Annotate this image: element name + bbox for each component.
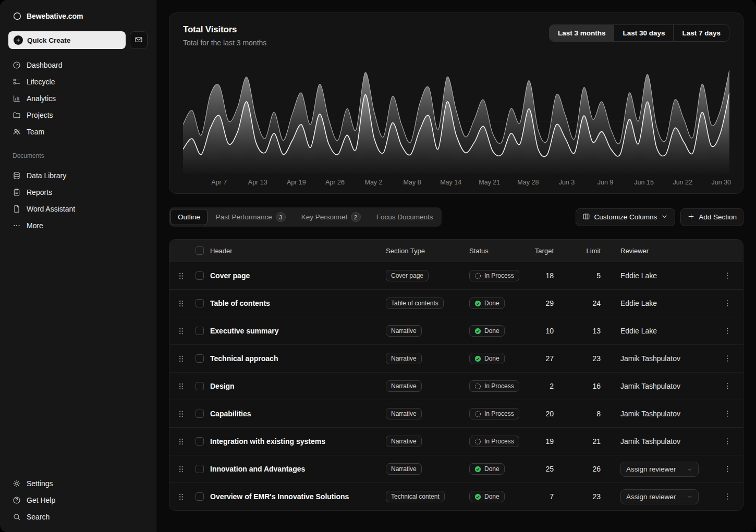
drag-handle-icon[interactable] (169, 438, 192, 446)
sidebar-item-analytics[interactable]: Analytics (7, 91, 149, 106)
drag-handle-icon[interactable] (169, 382, 192, 390)
limit-value[interactable]: 8 (558, 410, 605, 418)
range-last-3-months[interactable]: Last 3 months (550, 25, 614, 41)
drag-handle-icon[interactable] (169, 300, 192, 307)
drag-handle-icon[interactable] (169, 493, 192, 501)
list-icon (13, 78, 21, 86)
folder-icon (13, 111, 21, 119)
drag-handle-icon[interactable] (169, 272, 192, 280)
row-menu-button[interactable] (720, 351, 735, 366)
column-header: Target (516, 247, 558, 255)
sidebar-item-get-help[interactable]: Get Help (7, 492, 149, 508)
assign-reviewer-select[interactable]: Assign reviewer (620, 462, 699, 477)
row-checkbox[interactable] (196, 492, 204, 501)
target-value[interactable]: 27 (516, 354, 558, 363)
row-header-link[interactable]: Executive summary (210, 327, 386, 335)
reviewer-name: Jamik Tashpulatov (605, 437, 712, 446)
quick-create-button[interactable]: Quick Create (8, 31, 126, 49)
select-all-checkbox[interactable] (196, 246, 204, 255)
limit-value[interactable]: 13 (558, 327, 605, 335)
target-value[interactable]: 20 (516, 410, 558, 418)
tab-past-performance[interactable]: Past Performance 3 (209, 209, 293, 225)
row-header-link[interactable]: Innovation and Advantages (210, 465, 386, 473)
reviewer-name: Eddie Lake (605, 271, 712, 280)
target-value[interactable]: 29 (516, 299, 558, 307)
row-checkbox[interactable] (196, 327, 204, 335)
target-value[interactable]: 10 (516, 327, 558, 335)
target-value[interactable]: 25 (516, 465, 558, 473)
row-header-link[interactable]: Overview of EMR's Innovative Solutions (210, 492, 386, 501)
check-circle-icon (474, 355, 481, 362)
row-checkbox[interactable] (196, 271, 204, 280)
tab-focus-documents[interactable]: Focus Documents (369, 209, 441, 225)
sidebar-item-data-library[interactable]: Data Library (7, 168, 149, 183)
customize-columns-button[interactable]: Customize Columns (576, 208, 675, 226)
limit-value[interactable]: 23 (558, 354, 605, 363)
limit-value[interactable]: 23 (558, 492, 605, 501)
target-value[interactable]: 7 (516, 492, 558, 501)
row-checkbox[interactable] (196, 299, 204, 307)
target-value[interactable]: 18 (516, 271, 558, 280)
drag-handle-icon[interactable] (169, 355, 192, 363)
chevron-down-icon (661, 213, 668, 222)
brand[interactable]: Bewebative.com (7, 9, 149, 22)
row-header-link[interactable]: Integration with existing systems (210, 437, 386, 446)
limit-value[interactable]: 24 (558, 299, 605, 307)
add-section-label: Add Section (699, 213, 737, 221)
table-toolbar: Customize Columns Add Section (576, 208, 743, 226)
check-circle-icon (474, 300, 481, 307)
row-menu-button[interactable] (720, 324, 735, 338)
row-checkbox[interactable] (196, 465, 204, 473)
row-header-link[interactable]: Capabilities (210, 410, 386, 418)
tab-key-personnel[interactable]: Key Personnel 2 (294, 209, 368, 225)
row-menu-button[interactable] (720, 268, 735, 283)
tab-outline[interactable]: Outline (170, 209, 208, 225)
row-header-link[interactable]: Table of contents (210, 299, 386, 307)
row-menu-button[interactable] (720, 489, 735, 504)
mail-icon (135, 35, 143, 45)
target-value[interactable]: 19 (516, 437, 558, 446)
add-section-button[interactable]: Add Section (680, 208, 743, 226)
sidebar-item-search[interactable]: Search (7, 509, 149, 525)
row-header-link[interactable]: Cover page (210, 271, 386, 280)
sidebar-item-settings[interactable]: Settings (7, 476, 149, 491)
ellipsis-icon (13, 221, 21, 230)
section-type-badge: Narrative (386, 436, 422, 447)
drag-handle-icon[interactable] (169, 410, 192, 418)
limit-value[interactable]: 26 (558, 465, 605, 473)
limit-value[interactable]: 5 (558, 271, 605, 280)
row-menu-button[interactable] (720, 406, 735, 421)
sidebar-item-dashboard[interactable]: Dashboard (7, 57, 149, 73)
row-checkbox[interactable] (196, 354, 204, 363)
drag-handle-icon[interactable] (169, 327, 192, 335)
sidebar-item-team[interactable]: Team (7, 124, 149, 140)
sidebar-item-lifecycle[interactable]: Lifecycle (7, 74, 149, 90)
sidebar-item-reports[interactable]: Reports (7, 184, 149, 200)
row-header-link[interactable]: Design (210, 382, 386, 390)
x-tick-label: Jun 15 (634, 179, 654, 186)
sidebar-item-projects[interactable]: Projects (7, 107, 149, 123)
drag-handle-icon[interactable] (169, 465, 192, 473)
target-value[interactable]: 2 (516, 382, 558, 390)
assign-reviewer-select[interactable]: Assign reviewer (620, 489, 699, 504)
section-type-badge: Narrative (386, 380, 422, 392)
range-last-30-days[interactable]: Last 30 days (614, 25, 673, 41)
row-menu-button[interactable] (720, 296, 735, 311)
table-row: Cover page Cover page In Process 18 5 Ed… (169, 262, 743, 289)
limit-value[interactable]: 16 (558, 382, 605, 390)
row-checkbox[interactable] (196, 382, 204, 390)
sidebar-item-more[interactable]: More (7, 218, 149, 233)
reviewer-name: Jamik Tashpulatov (605, 382, 712, 390)
row-header-link[interactable]: Technical approach (210, 354, 386, 363)
row-menu-button[interactable] (720, 462, 735, 476)
row-menu-button[interactable] (720, 434, 735, 449)
tab-label: Outline (178, 213, 200, 221)
row-checkbox[interactable] (196, 410, 204, 418)
inbox-button[interactable] (130, 31, 148, 49)
section-type-badge: Narrative (386, 408, 422, 419)
row-menu-button[interactable] (720, 379, 735, 393)
row-checkbox[interactable] (196, 437, 204, 446)
sidebar-item-word-assistant[interactable]: Word Assistant (7, 201, 149, 217)
limit-value[interactable]: 21 (558, 437, 605, 446)
range-last-7-days[interactable]: Last 7 days (673, 25, 729, 41)
